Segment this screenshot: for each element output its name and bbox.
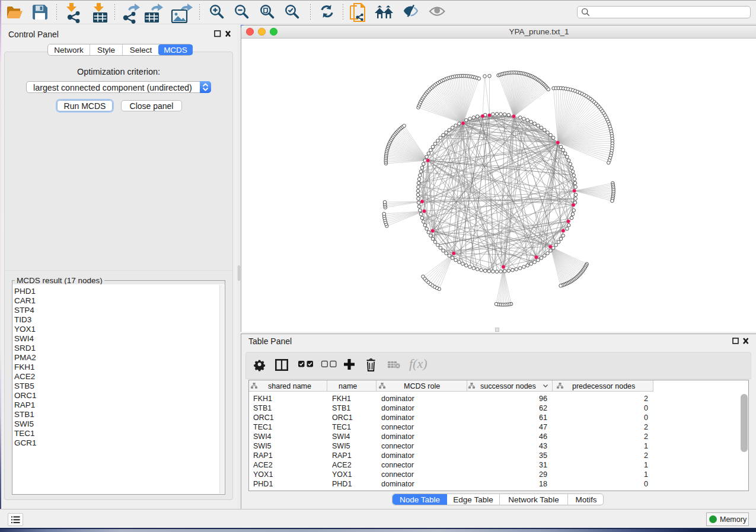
svg-text:f(x): f(x) — [409, 356, 428, 371]
